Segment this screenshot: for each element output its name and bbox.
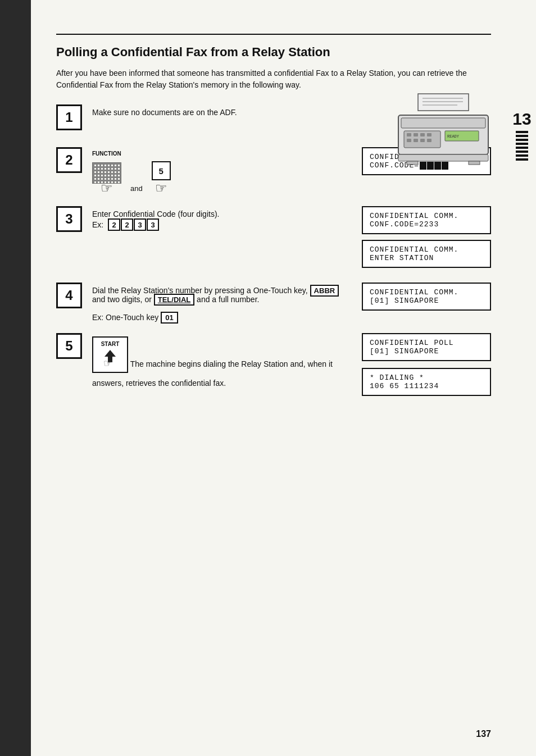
svg-rect-17 (398, 154, 488, 161)
step-5-row: 5 START ☞ The machine begins dialing the (56, 333, 491, 399)
chapter-line (516, 158, 528, 161)
chapter-line (516, 135, 528, 137)
step-4-and-1: and two digits, or (92, 295, 154, 304)
page: 13 Polling a Confidential Fax from a Rel… (0, 0, 536, 756)
step-3-display: CONFIDENTIAL COMM. CONF.CODE=2233 CONFID… (362, 206, 491, 271)
svg-rect-10 (427, 133, 431, 136)
svg-rect-14 (427, 139, 431, 142)
chapter-sidebar: 13 (508, 110, 536, 161)
step-2-left: 2 FUNCTION ☞ and 5 ☞ (56, 147, 351, 195)
step-3-number: 3 (56, 206, 82, 232)
svg-rect-7 (407, 133, 411, 136)
fax-machine-illustration: READY (390, 93, 502, 168)
svg-rect-8 (414, 133, 418, 136)
svg-rect-18 (407, 161, 418, 165)
svg-text:READY: READY (447, 134, 460, 139)
svg-rect-19 (469, 161, 480, 165)
lcd-3b-line2: ENTER STATION (370, 254, 434, 262)
digit-2a: 2 (108, 218, 120, 231)
lcd-display-4: CONFIDENTIAL COMM. [01] SINGAPORE (362, 283, 491, 311)
step-4-text-part2: and a full number. (194, 295, 259, 304)
svg-rect-11 (407, 139, 411, 142)
lcd-3a-line2: CONF.CODE=2233 (370, 220, 439, 229)
step-4-display: CONFIDENTIAL COMM. [01] SINGAPORE (362, 283, 491, 314)
step-4-text-part1: Dial the Relay Station's number by press… (92, 286, 310, 295)
lcd-display-3a: CONFIDENTIAL COMM. CONF.CODE=2233 (362, 206, 491, 234)
lcd-5a-line2: [01] SINGAPORE (370, 347, 439, 356)
start-button-area: START ☞ (92, 336, 128, 373)
svg-text:☞: ☞ (103, 358, 112, 367)
chapter-lines (516, 131, 528, 161)
step-5-content: START ☞ The machine begins dialing the R… (92, 333, 351, 388)
chapter-line (516, 139, 528, 141)
key-01: 01 (161, 312, 178, 324)
top-rule (56, 34, 491, 35)
svg-rect-9 (420, 133, 425, 136)
step-1-text: Make sure no documents are on the ADF. (92, 108, 237, 117)
digit-2b: 2 (121, 218, 133, 231)
step-4-left: 4 Dial the Relay Station's number by pre… (56, 283, 351, 322)
lcd-display-5b: * DIALING * 106 65 1111234 (362, 368, 491, 396)
chapter-line (516, 143, 528, 145)
lcd-5b-line1: * DIALING * (370, 374, 424, 382)
chapter-line (516, 151, 528, 153)
lcd-5b-line2: 106 65 1111234 (370, 382, 439, 390)
digit-3b: 3 (147, 218, 159, 231)
lcd-3a-line1: CONFIDENTIAL COMM. (370, 212, 458, 220)
step-4-number: 4 (56, 283, 82, 308)
lcd-display-5a: CONFIDENTIAL POLL [01] SINGAPORE (362, 333, 491, 361)
lcd-display-3b: CONFIDENTIAL COMM. ENTER STATION (362, 240, 491, 268)
keyboard-icon (92, 162, 121, 184)
step-3-left: 3 Enter Confidential Code (four digits).… (56, 206, 351, 232)
step-2-number: 2 (56, 147, 82, 173)
svg-rect-13 (420, 139, 425, 142)
step-5-number: 5 (56, 333, 82, 359)
svg-rect-0 (418, 94, 469, 111)
teldial-key: TEL/DIAL (154, 294, 195, 306)
hand-icon-2: ☞ (155, 181, 167, 195)
chapter-line (516, 147, 528, 149)
step-3-example-label: Ex: (92, 220, 103, 229)
svg-rect-5 (401, 118, 485, 128)
step-2-content: FUNCTION ☞ and 5 ☞ (92, 147, 351, 195)
step-5-text: The machine begins dialing the Relay Sta… (92, 359, 333, 388)
abbr-key: ABBR (310, 285, 339, 297)
intro-text: After you have been informed that someon… (56, 67, 491, 91)
function-illustration: ☞ and 5 ☞ (92, 161, 351, 195)
step-4-row: 4 Dial the Relay Station's number by pre… (56, 283, 491, 322)
start-arrow: ☞ (100, 349, 120, 368)
step-5-left: 5 START ☞ The machine begins dialing the (56, 333, 351, 388)
digit-3a: 3 (134, 218, 146, 231)
function-label: FUNCTION (92, 151, 351, 157)
chapter-number: 13 (512, 110, 531, 129)
chapter-line (516, 154, 528, 157)
step-5-display: CONFIDENTIAL POLL [01] SINGAPORE * DIALI… (362, 333, 491, 399)
svg-rect-12 (414, 139, 418, 142)
and-text-2: and (130, 184, 143, 195)
step-4-example-text: Ex: One-Touch key (92, 313, 161, 322)
chapter-line (516, 131, 528, 133)
binding-strip (0, 0, 31, 756)
lcd-3b-line1: CONFIDENTIAL COMM. (370, 245, 458, 254)
step-1-number: 1 (56, 104, 82, 130)
start-label: START (100, 341, 120, 347)
page-title: Polling a Confidential Fax from a Relay … (56, 45, 491, 60)
lcd-5a-line1: CONFIDENTIAL POLL (370, 339, 454, 347)
page-number: 137 (476, 729, 491, 739)
key-5: 5 (152, 161, 171, 180)
digit-boxes-3: 2233 (108, 218, 159, 231)
lcd-4-line1: CONFIDENTIAL COMM. (370, 288, 458, 297)
step-3-row: 3 Enter Confidential Code (four digits).… (56, 206, 491, 271)
step-3-text: Enter Confidential Code (four digits). (92, 210, 219, 218)
step-4-content: Dial the Relay Station's number by press… (92, 283, 351, 322)
step-3-content: Enter Confidential Code (four digits). E… (92, 206, 351, 231)
lcd-4-line2: [01] SINGAPORE (370, 297, 439, 305)
